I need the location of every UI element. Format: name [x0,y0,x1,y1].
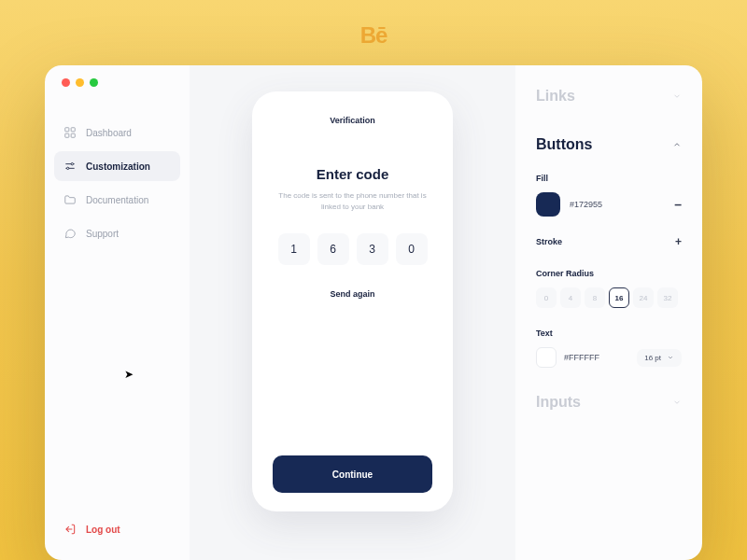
stroke-row: Stroke + [536,235,682,248]
app-window: Dashboard Customization Documentation Su… [45,65,702,560]
corner-radius-options: 0 4 8 16 24 32 [536,287,682,308]
code-digit[interactable]: 1 [278,233,310,265]
properties-panel: Links Buttons Fill #172955 – Stroke + Co… [515,65,702,560]
sidebar-item-label: Support [86,229,119,239]
sidebar: Dashboard Customization Documentation Su… [45,65,190,560]
svg-point-5 [67,167,69,169]
sidebar-item-dashboard[interactable]: Dashboard [54,118,180,147]
preview-area: Verification Enter code The code is sent… [190,65,515,560]
logout-label: Log out [86,525,120,535]
svg-point-4 [71,163,73,165]
chevron-down-icon [667,354,674,361]
chevron-down-icon [672,398,682,407]
section-title: Buttons [536,136,592,153]
svg-rect-0 [65,128,69,132]
text-row: #FFFFFF 16 pt [536,347,682,368]
fill-color-swatch[interactable] [536,192,560,217]
radius-option[interactable]: 32 [657,287,678,308]
radius-option-selected[interactable]: 16 [609,287,629,308]
sidebar-item-label: Customization [86,161,150,172]
svg-rect-3 [71,133,75,137]
sidebar-item-documentation[interactable]: Documentation [54,185,180,215]
fill-row: #172955 – [536,192,682,217]
section-buttons[interactable]: Buttons [536,129,682,161]
remove-fill-button[interactable]: – [674,197,682,212]
add-stroke-button[interactable]: + [675,235,682,248]
section-links[interactable]: Links [536,80,682,112]
font-size-select[interactable]: 16 pt [637,349,682,367]
radius-option[interactable]: 4 [560,287,581,308]
sidebar-item-support[interactable]: Support [54,218,180,248]
radius-option[interactable]: 0 [536,287,557,308]
sidebar-item-label: Documentation [86,195,148,205]
fill-hex: #172955 [570,200,602,209]
logout-button[interactable]: Log out [45,508,190,560]
grid-icon [63,126,77,139]
close-icon[interactable] [62,78,70,87]
text-hex: #FFFFFF [564,353,599,362]
folder-icon [63,193,77,206]
code-digit[interactable]: 3 [357,233,388,265]
continue-button[interactable]: Continue [273,455,432,493]
fill-label: Fill [536,174,682,183]
behance-logo: Bē [360,22,388,49]
corner-radius-label: Corner Radius [536,269,682,278]
text-label: Text [536,329,682,338]
section-buttons-body: Fill #172955 – Stroke + Corner Radius 0 … [536,161,682,368]
sidebar-nav: Dashboard Customization Documentation Su… [45,118,190,248]
radius-option[interactable]: 24 [633,287,654,308]
maximize-icon[interactable] [90,78,98,87]
sliders-icon [63,160,77,173]
send-again-link[interactable]: Send again [330,289,374,299]
code-digit[interactable]: 0 [396,233,428,265]
sidebar-item-customization[interactable]: Customization [54,151,180,181]
svg-rect-2 [65,133,69,137]
screen-description: The code is sent to the phone number tha… [278,190,428,213]
sidebar-item-label: Dashboard [86,128,132,138]
logout-icon [63,523,77,536]
window-traffic-lights [62,78,98,87]
font-size-value: 16 pt [644,354,661,362]
section-title: Links [536,88,575,105]
screen-title: Verification [330,116,375,125]
chat-icon [63,227,77,240]
minimize-icon[interactable] [76,78,84,87]
chevron-down-icon [672,91,682,101]
phone-mockup: Verification Enter code The code is sent… [252,91,453,511]
section-title: Inputs [536,394,581,411]
code-input-row: 1 6 3 0 [278,233,428,265]
section-inputs[interactable]: Inputs [536,386,682,418]
chevron-up-icon [672,140,682,149]
svg-rect-1 [71,128,75,132]
code-digit[interactable]: 6 [317,233,349,265]
text-color-swatch[interactable] [536,347,557,368]
screen-heading: Enter code [317,166,389,182]
radius-option[interactable]: 8 [585,287,605,308]
stroke-label: Stroke [536,237,562,246]
